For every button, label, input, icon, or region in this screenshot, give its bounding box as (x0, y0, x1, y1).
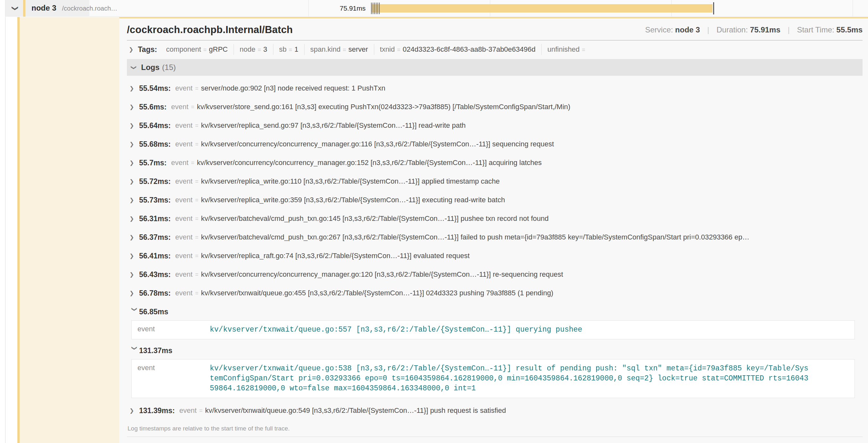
duration-label: Duration: (717, 25, 748, 34)
duration-value: 75.91ms (750, 25, 781, 34)
log-field-value: kv/kvserver/concurrency/concurrency_mana… (197, 159, 859, 167)
tag-item[interactable]: span.kind=server (305, 44, 374, 55)
log-equals: = (191, 160, 195, 166)
chevron-right-icon[interactable]: ❯ (129, 179, 139, 184)
log-field-key: event (175, 84, 192, 93)
log-field-key: event (171, 103, 189, 111)
chevron-down-icon[interactable]: ❯ (132, 346, 137, 355)
chevron-right-icon[interactable]: ❯ (129, 47, 133, 52)
chevron-right-icon[interactable]: ❯ (129, 86, 139, 91)
chevron-right-icon[interactable]: ❯ (129, 123, 139, 128)
tag-value: 024d3323-6c8f-4863-aa8b-37ab0e63496d (403, 45, 535, 53)
log-list: ❯ 55.54ms: event = server/node.go:902 [n… (127, 76, 863, 420)
log-field-value: kv/kvserver/replica_write.go:359 [n3,s3,… (201, 196, 859, 204)
log-entry-header[interactable]: ❯ 56.85ms (127, 304, 863, 320)
service-value: node 3 (675, 25, 700, 34)
log-equals: = (191, 104, 195, 110)
log-field-value[interactable]: kv/kvserver/txnwait/queue.go:538 [n3,s3,… (210, 364, 855, 394)
chevron-right-icon[interactable]: ❯ (129, 160, 139, 166)
log-entry-collapsed[interactable]: ❯ 131.39ms: event = kv/kvserver/txnwait/… (127, 401, 863, 420)
log-entry-collapsed[interactable]: ❯ 55.64ms: event = kv/kvserver/replica_s… (127, 116, 863, 135)
chevron-right-icon[interactable]: ❯ (129, 142, 139, 147)
log-equals: = (195, 197, 198, 204)
log-entry-header[interactable]: ❯ 131.37ms (127, 343, 863, 359)
chevron-down-icon[interactable]: ❯ (131, 65, 136, 70)
start-time-label: Start Time: (797, 25, 834, 34)
log-field-value: kv/kvserver/replica_send.go:97 [n3,s3,r6… (201, 121, 859, 130)
span-service-name[interactable]: node 3 (31, 3, 56, 12)
tag-key: node (240, 45, 255, 53)
log-field-value: kv/kvserver/batcheval/cmd_push_txn.go:14… (201, 214, 859, 223)
log-entry-collapsed[interactable]: ❯ 55.6ms: event = kv/kvserver/store_send… (127, 98, 863, 116)
timeline-ruler[interactable]: 75.91ms (89, 0, 868, 17)
log-marker-tick (374, 3, 375, 14)
span-detail-title-row: /cockroach.roachpb.Internal/Batch Servic… (127, 18, 863, 40)
log-timestamp: 56.85ms (139, 308, 168, 316)
log-timestamp: 131.39ms: (139, 406, 175, 415)
tag-item[interactable]: component=gRPC (160, 44, 234, 55)
log-field-key: event (175, 289, 192, 297)
span-duration-bar[interactable] (371, 4, 713, 12)
log-timestamp: 55.73ms: (139, 196, 170, 204)
timeline-gridline (852, 0, 853, 17)
tag-key: txnid (380, 45, 395, 53)
chevron-down-icon[interactable]: ❯ (132, 307, 137, 316)
logs-bottom-divider (127, 437, 863, 437)
chevron-right-icon[interactable]: ❯ (129, 408, 139, 413)
log-entry-collapsed[interactable]: ❯ 56.41ms: event = kv/kvserver/replica_r… (127, 246, 863, 265)
chevron-down-icon[interactable]: ❯ (11, 6, 19, 11)
log-entry-collapsed[interactable]: ❯ 56.31ms: event = kv/kvserver/batcheval… (127, 209, 863, 228)
log-field-key: event (175, 140, 192, 148)
log-field-value: kv/kvserver/concurrency/concurrency_mana… (201, 270, 859, 279)
tag-key: component (166, 45, 201, 53)
tag-item[interactable]: unfinished= (541, 44, 593, 55)
log-field-key: event (175, 233, 192, 241)
log-entry-collapsed[interactable]: ❯ 55.73ms: event = kv/kvserver/replica_w… (127, 191, 863, 209)
log-entry-collapsed[interactable]: ❯ 55.54ms: event = server/node.go:902 [n… (127, 79, 863, 98)
chevron-right-icon[interactable]: ❯ (129, 272, 139, 277)
log-field-value[interactable]: kv/kvserver/txnwait/queue.go:557 [n3,s3,… (210, 325, 855, 335)
span-meta: Service: node 3 | Duration: 75.91ms | St… (645, 25, 863, 34)
service-label: Service: (645, 25, 673, 34)
tag-value: 3 (263, 45, 267, 53)
meta-divider: | (788, 25, 789, 34)
log-timestamp: 56.41ms: (139, 252, 170, 260)
chevron-right-icon[interactable]: ❯ (129, 291, 139, 296)
log-entry-collapsed[interactable]: ❯ 55.68ms: event = kv/kvserver/concurren… (127, 135, 863, 154)
log-field-key: event (175, 214, 192, 223)
chevron-right-icon[interactable]: ❯ (129, 216, 139, 222)
log-entry-collapsed[interactable]: ❯ 56.78ms: event = kv/kvserver/txnwait/q… (127, 284, 863, 302)
chevron-right-icon[interactable]: ❯ (129, 253, 139, 259)
tags-section-header[interactable]: ❯ Tags: component=gRPC node=3 sb=1 span.… (127, 40, 863, 59)
timeline-header-row: ❯ node 3 /cockroach.roach… 75.91ms (0, 0, 868, 17)
log-timestamp: 55.6ms: (139, 103, 167, 111)
log-fields-table: event kv/kvserver/txnwait/queue.go:538 [… (131, 359, 855, 398)
log-field-value: kv/kvserver/batcheval/cmd_push_txn.go:26… (201, 233, 859, 241)
span-name-cell[interactable]: ❯ node 3 /cockroach.roach… (6, 0, 89, 17)
meta-divider: | (707, 25, 709, 34)
log-entry-collapsed[interactable]: ❯ 55.7ms: event = kv/kvserver/concurrenc… (127, 154, 863, 172)
tag-equals: = (343, 46, 346, 53)
chevron-right-icon[interactable]: ❯ (129, 197, 139, 203)
tag-item[interactable]: sb=1 (273, 44, 305, 55)
log-entry-collapsed[interactable]: ❯ 56.43ms: event = kv/kvserver/concurren… (127, 265, 863, 284)
left-spacer (6, 17, 17, 443)
tag-key: sb (279, 45, 286, 53)
left-gutter (0, 0, 5, 17)
tag-equals: = (289, 46, 292, 53)
span-color-column (17, 17, 20, 443)
trace-timeline-page: ❯ node 3 /cockroach.roach… 75.91ms (0, 0, 868, 443)
log-marker-tick (377, 3, 378, 14)
log-field-value: kv/kvserver/replica_raft.go:74 [n3,s3,r6… (201, 252, 859, 260)
tag-item[interactable]: node=3 (234, 44, 273, 55)
tag-item[interactable]: txnid=024d3323-6c8f-4863-aa8b-37ab0e6349… (374, 44, 541, 55)
chevron-right-icon[interactable]: ❯ (129, 235, 139, 240)
log-equals: = (195, 290, 198, 297)
log-equals: = (195, 141, 198, 148)
logs-section-header[interactable]: ❯ Logs (15) (127, 59, 863, 76)
log-entry-collapsed[interactable]: ❯ 56.37ms: event = kv/kvserver/batcheval… (127, 228, 863, 246)
log-field-value: kv/kvserver/txnwait/queue.go:455 [n3,s3,… (201, 289, 859, 297)
log-entry-collapsed[interactable]: ❯ 55.72ms: event = kv/kvserver/replica_w… (127, 172, 863, 191)
chevron-right-icon[interactable]: ❯ (129, 104, 139, 110)
log-field-row: event kv/kvserver/txnwait/queue.go:538 [… (132, 364, 855, 394)
